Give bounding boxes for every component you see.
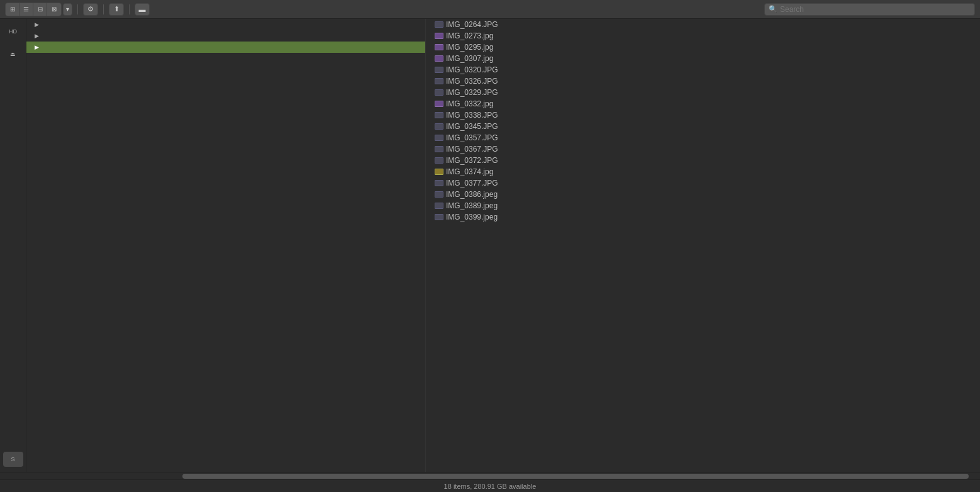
file-type-icon — [435, 169, 443, 175]
tag-button[interactable]: ▬ — [135, 3, 150, 16]
toolbar: ⊞ ☰ ⊟ ⊠ ▾ ⚙ ⬆ ▬ 🔍 — [0, 0, 980, 19]
file-item[interactable]: IMG_0345.JPG — [430, 121, 980, 132]
file-name: IMG_0357.JPG — [446, 133, 498, 142]
file-name: IMG_0377.JPG — [446, 179, 498, 187]
file-item[interactable]: IMG_0295.jpg — [430, 42, 980, 53]
file-type-icon — [435, 135, 443, 141]
file-name: IMG_0386.jpeg — [446, 190, 498, 199]
search-input[interactable] — [780, 5, 971, 14]
file-type-icon — [435, 191, 443, 198]
file-item[interactable]: IMG_0329.JPG — [430, 87, 980, 98]
file-browser: ▶ ▶ ▶ IMG_0264.JPGIMG_0273.jpgIMG_0295.j… — [26, 19, 980, 472]
folder-panel[interactable]: ▶ ▶ ▶ — [26, 19, 426, 472]
file-type-icon — [435, 112, 443, 118]
file-item[interactable]: IMG_0389.jpeg — [430, 200, 980, 211]
toolbar-separator-3 — [129, 4, 130, 14]
file-name: IMG_0307.jpg — [446, 54, 493, 63]
file-name: IMG_0374.jpg — [446, 167, 493, 176]
file-type-icon — [435, 55, 443, 62]
file-item[interactable]: IMG_0332.jpg — [430, 98, 980, 109]
sidebar-section-s: S — [3, 452, 23, 467]
sidebar-item-s[interactable]: S — [3, 452, 23, 467]
file-item[interactable]: IMG_0338.JPG — [430, 109, 980, 121]
file-name: IMG_0320.JPG — [446, 65, 498, 74]
file-item[interactable]: IMG_0307.jpg — [430, 53, 980, 64]
file-name: IMG_0332.jpg — [446, 99, 493, 108]
view-mode-buttons: ⊞ ☰ ⊟ ⊠ ▾ — [5, 3, 72, 16]
file-type-icon — [435, 89, 443, 96]
file-item[interactable]: IMG_0273.jpg — [430, 30, 980, 42]
horizontal-scrollbar[interactable] — [0, 472, 980, 479]
status-text: 18 items, 280.91 GB available — [444, 483, 537, 490]
search-box[interactable]: 🔍 — [764, 3, 975, 16]
file-name: IMG_0345.JPG — [446, 122, 498, 131]
view-dropdown-button[interactable]: ▾ — [63, 3, 72, 16]
chevron-down-icon: ▾ — [66, 6, 69, 13]
file-type-icon — [435, 33, 443, 39]
sidebar-label-eject: ⏏ — [10, 51, 16, 58]
file-item[interactable]: IMG_0357.JPG — [430, 132, 980, 143]
tag-icon: ▬ — [139, 6, 146, 13]
file-type-icon — [435, 214, 443, 220]
file-item[interactable]: IMG_0264.JPG — [430, 19, 980, 30]
file-type-icon — [435, 146, 443, 152]
file-name: IMG_0338.JPG — [446, 111, 498, 120]
file-item[interactable]: IMG_0372.JPG — [430, 155, 980, 166]
file-item[interactable]: IMG_0377.JPG — [430, 177, 980, 189]
file-type-icon — [435, 157, 443, 164]
file-item[interactable]: IMG_0386.jpeg — [430, 189, 980, 200]
chevron-right-icon-2: ▶ — [31, 33, 42, 39]
grid-view-button[interactable]: ⊞ — [6, 3, 19, 16]
file-name: IMG_0329.JPG — [446, 88, 498, 97]
file-type-icon — [435, 44, 443, 50]
file-type-icon — [435, 203, 443, 209]
column-view-button[interactable]: ⊟ — [33, 3, 47, 16]
toolbar-separator-1 — [77, 4, 78, 14]
gear-button[interactable]: ⚙ — [83, 3, 98, 16]
file-name: IMG_0367.JPG — [446, 145, 498, 154]
sidebar-label-hd: HD — [9, 28, 17, 35]
file-type-icon — [435, 78, 443, 84]
file-type-icon — [435, 67, 443, 73]
folder-row-1[interactable]: ▶ — [26, 19, 425, 30]
sidebar-section-hd: HD — [3, 24, 23, 39]
file-name: IMG_0389.jpeg — [446, 201, 498, 210]
sidebar-section-eject: ⏏ — [3, 47, 23, 62]
chevron-right-icon-3: ▶ — [31, 44, 42, 50]
file-type-icon — [435, 101, 443, 107]
resize-handle-vertical[interactable] — [426, 19, 430, 472]
file-type-icon — [435, 21, 443, 28]
toolbar-separator-2 — [103, 4, 104, 14]
folder-row-3-selected[interactable]: ▶ — [26, 42, 425, 53]
file-name: IMG_0273.jpg — [446, 31, 493, 40]
main-content: HD ⏏ S ▶ ▶ ▶ — [0, 19, 980, 472]
file-name: IMG_0264.JPG — [446, 20, 498, 29]
file-item[interactable]: IMG_0367.JPG — [430, 143, 980, 155]
gallery-view-button[interactable]: ⊠ — [47, 3, 61, 16]
file-item[interactable]: IMG_0320.JPG — [430, 64, 980, 75]
share-button[interactable]: ⬆ — [109, 3, 124, 16]
file-name: IMG_0372.JPG — [446, 156, 498, 165]
horizontal-scroll-thumb[interactable] — [182, 474, 969, 479]
share-icon: ⬆ — [114, 5, 120, 13]
file-panel[interactable]: IMG_0264.JPGIMG_0273.jpgIMG_0295.jpgIMG_… — [430, 19, 980, 472]
chevron-right-icon-1: ▶ — [31, 21, 42, 28]
file-item[interactable]: IMG_0326.JPG — [430, 75, 980, 87]
file-name: IMG_0295.jpg — [446, 43, 493, 52]
file-item[interactable]: IMG_0374.jpg — [430, 166, 980, 177]
sidebar-label-s: S — [11, 456, 14, 463]
file-name: IMG_0399.jpeg — [446, 213, 498, 221]
sidebar-item-hd[interactable]: HD — [3, 24, 23, 39]
sidebar: HD ⏏ S — [0, 19, 26, 472]
gear-icon: ⚙ — [87, 5, 94, 13]
status-bar: 18 items, 280.91 GB available — [0, 479, 980, 492]
file-name: IMG_0326.JPG — [446, 77, 498, 86]
file-type-icon — [435, 180, 443, 186]
folder-row-2[interactable]: ▶ — [26, 30, 425, 42]
list-view-button[interactable]: ☰ — [19, 3, 33, 16]
search-icon: 🔍 — [769, 5, 777, 13]
view-icon-buttons: ⊞ ☰ ⊟ ⊠ — [5, 3, 62, 16]
file-type-icon — [435, 123, 443, 130]
sidebar-item-eject[interactable]: ⏏ — [3, 47, 23, 62]
file-item[interactable]: IMG_0399.jpeg — [430, 211, 980, 223]
